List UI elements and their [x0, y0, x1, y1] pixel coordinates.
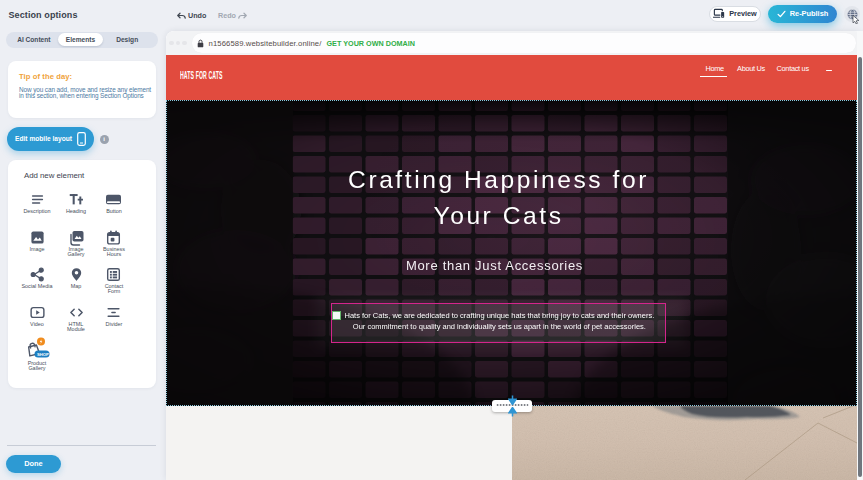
svg-text:SHOP: SHOP [37, 352, 49, 357]
